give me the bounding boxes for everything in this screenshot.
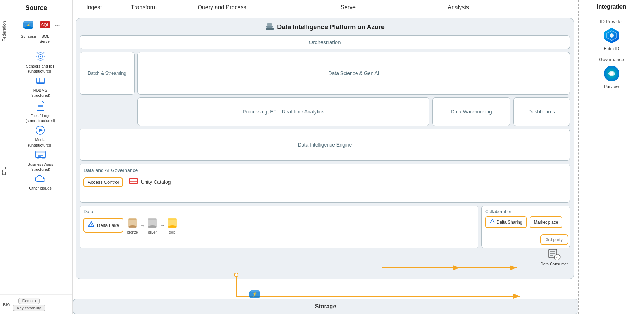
governance-label: Governance (583, 57, 640, 62)
data-consumer-item: ✓ Data Consumer (541, 248, 568, 266)
entra-id-label: Entra ID (604, 46, 619, 51)
svg-rect-26 (266, 26, 273, 28)
rdbms-item: RDBMS(structured) (30, 76, 50, 98)
purview-label: Purview (604, 84, 619, 89)
source-panel: Source Federation ⚡ S (0, 0, 73, 314)
dashboards-box: Dashboards (513, 97, 570, 126)
business-apps-icon (35, 150, 46, 161)
svg-rect-10 (37, 78, 44, 84)
key-section: Key Domain Key capability (0, 294, 72, 314)
data-warehousing-box: Data Warehousing (432, 97, 510, 126)
other-clouds-item: Other clouds (29, 174, 51, 191)
key-label: Key (3, 302, 10, 307)
row-3: Data Intelligence Engine (80, 129, 570, 161)
media-item: Media(unstructured) (28, 125, 52, 148)
data-section-content: Delta Lake bronze (83, 216, 178, 234)
business-apps-item: Business Apps(structured) (27, 150, 53, 172)
key-capability-badge: Key capability (13, 305, 45, 311)
access-control-badge: Access Control (83, 177, 123, 187)
data-consumer-label: Data Consumer (541, 262, 568, 266)
data-ai-governance-box: Data and AI Governance Access Control (80, 164, 570, 203)
svg-rect-20 (36, 151, 45, 153)
third-party-section: 3rd party ✓ Data Consumer (540, 234, 568, 266)
svg-text:⚡: ⚡ (26, 23, 31, 27)
svg-point-7 (40, 56, 41, 57)
storage-bar: Storage (73, 299, 578, 314)
governance-section: Governance Purview (583, 57, 640, 89)
domain-badge: Domain (18, 298, 40, 304)
row-1: Batch & Streaming Data Science & Gen AI (80, 52, 570, 95)
etl-label: ETL (0, 48, 8, 294)
unity-catalog-item: Unity Catalog (129, 176, 171, 188)
platform-title: Data Intelligence Platform on Azure (80, 22, 570, 32)
federation-top-items: ⚡ Synapse SQL SQLServer (21, 18, 60, 44)
data-section-title: Data (83, 209, 93, 214)
gold-label: gold (169, 230, 176, 234)
bronze-cylinder: bronze (127, 216, 138, 234)
integration-header: Integration (583, 4, 640, 13)
third-party-box: 3rd party (540, 234, 568, 245)
gold-cylinder: gold (167, 216, 178, 234)
arrow-2: → (159, 222, 165, 229)
row-5: Data Delta Lake (80, 206, 570, 248)
svg-point-40 (148, 225, 157, 228)
svg-rect-23 (37, 158, 39, 159)
sensors-iot-icon (35, 52, 46, 63)
federation-label: Federation (0, 15, 8, 48)
synapse-label: Synapse (21, 34, 36, 39)
column-headers: Ingest Transform Query and Process Serve… (73, 0, 578, 15)
arrow-1: → (140, 222, 145, 229)
orchestration-box: Orchestration (80, 35, 570, 49)
svg-text:SQL: SQL (41, 23, 49, 27)
key-domain-box: Domain Key capability (13, 298, 45, 311)
files-logs-icon (36, 100, 45, 112)
purview-item: Purview (583, 64, 640, 89)
rdbms-icon (35, 76, 46, 87)
files-logs-label: Files / Logs(semi-structured) (26, 113, 55, 123)
svg-text:✓: ✓ (556, 255, 559, 259)
svg-point-9 (44, 56, 45, 57)
media-icon (35, 125, 45, 137)
etl-items: Sensors and IoT(unstructured) RDBMS(stru… (8, 48, 72, 294)
integration-panel: Integration ID Provider Entra ID (578, 0, 644, 314)
platform-title-icon (265, 22, 274, 32)
media-label: Media(unstructured) (28, 137, 52, 148)
data-section-box: Data Delta Lake (80, 206, 478, 248)
svg-text:⚡: ⚡ (252, 291, 258, 297)
collab-items: Delta Sharing Market place (485, 216, 562, 228)
col-header-transform: Transform (115, 0, 172, 15)
files-logs-item: Files / Logs(semi-structured) (26, 100, 55, 123)
delta-lake-icon (88, 221, 95, 230)
col-header-analysis: Analysis (424, 0, 492, 15)
platform-box: Data Intelligence Platform on Azure Orch… (76, 18, 574, 279)
silver-label: silver (148, 230, 156, 234)
pipeline-items: bronze → silver (127, 216, 178, 234)
synapse-item: ⚡ Synapse (21, 18, 36, 39)
id-provider-label: ID Provider (583, 19, 640, 24)
svg-point-8 (36, 56, 37, 57)
sensors-iot-label: Sensors and IoT(unstructured) (26, 64, 55, 74)
svg-rect-28 (130, 178, 137, 184)
svg-point-63 (610, 33, 614, 38)
delta-sharing-icon (489, 219, 495, 225)
unity-catalog-icon (129, 176, 139, 188)
collab-title: Collaboration (485, 209, 513, 214)
other-clouds-label: Other clouds (29, 186, 51, 191)
svg-point-1 (23, 21, 33, 23)
svg-rect-24 (42, 158, 45, 159)
more-item: ... (54, 18, 60, 28)
id-provider-section: ID Provider Entra ID (583, 19, 640, 51)
unity-catalog-label: Unity Catalog (141, 179, 171, 185)
svg-point-37 (128, 225, 137, 228)
silver-cylinder: silver (147, 216, 158, 234)
business-apps-label: Business Apps(structured) (27, 162, 53, 172)
delta-lake-badge: Delta Lake (83, 218, 123, 233)
sql-server-label: SQLServer (39, 34, 51, 44)
etl-section: ETL Sensors and IoT( (0, 48, 72, 294)
bronze-label: bronze (127, 230, 138, 234)
col-header-ingest: Ingest (73, 0, 115, 15)
governance-title: Data and AI Governance (83, 167, 138, 173)
market-place-badge: Market place (530, 216, 563, 228)
federation-section: Federation ⚡ Synapse (0, 15, 72, 48)
center-panel: Ingest Transform Query and Process Serve… (73, 0, 578, 314)
